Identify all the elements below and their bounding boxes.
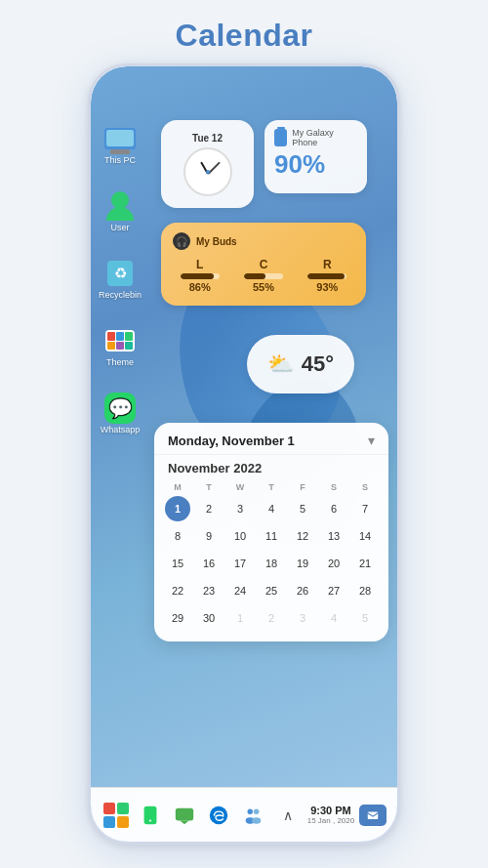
cal-day-23[interactable]: 23 <box>196 578 222 603</box>
cal-day-next-4[interactable]: 4 <box>321 605 346 631</box>
cal-day-next-2[interactable]: 2 <box>259 605 284 631</box>
svg-point-6 <box>254 808 260 814</box>
cal-day-14[interactable]: 14 <box>352 523 378 549</box>
widget-calendar: Monday, November 1 ▾ November 2022 M T W… <box>154 423 388 641</box>
svg-point-8 <box>252 817 261 823</box>
taskbar-phone-icon[interactable] <box>136 801 165 830</box>
taskbar-notification-icon[interactable] <box>359 805 386 826</box>
cal-header-t2: T <box>256 479 287 495</box>
buds-icon: 🎧 <box>173 232 190 250</box>
svg-rect-2 <box>176 807 193 820</box>
buds-left-meter: L 86% <box>181 258 220 293</box>
cal-day-5[interactable]: 5 <box>290 496 315 521</box>
battery-device-name: My Galaxy Phone <box>292 128 357 147</box>
calendar-grid: M T W T F S S 1 2 3 4 5 6 7 8 9 10 11 <box>154 479 388 632</box>
cal-day-1[interactable]: 1 <box>165 496 190 521</box>
cal-day-24[interactable]: 24 <box>227 578 253 603</box>
cal-day-16[interactable]: 16 <box>196 551 222 576</box>
taskbar-start-button[interactable] <box>102 801 131 830</box>
buds-center-meter: C 55% <box>244 258 283 293</box>
cal-day-22[interactable]: 22 <box>165 578 190 603</box>
cal-day-7[interactable]: 7 <box>352 496 378 521</box>
sidebar-item-theme[interactable]: Theme <box>102 327 138 367</box>
cal-day-25[interactable]: 25 <box>259 578 284 603</box>
cal-day-next-1[interactable]: 1 <box>227 605 253 631</box>
sidebar-label-whatsapp: Whatsapp <box>101 425 141 434</box>
battery-percent: 90% <box>274 149 357 180</box>
buds-name: My Buds <box>196 236 237 247</box>
sidebar-label-user: User <box>111 223 130 232</box>
cal-day-4[interactable]: 4 <box>259 496 284 521</box>
calendar-header-date: Monday, November 1 <box>168 434 295 448</box>
taskbar-people-icon[interactable] <box>238 801 267 830</box>
buds-right-pct: 93% <box>316 281 338 293</box>
svg-point-1 <box>149 819 151 821</box>
cal-day-26[interactable]: 26 <box>290 578 315 603</box>
page-title: Calendar <box>176 18 313 54</box>
cal-header-w: W <box>224 479 256 495</box>
cal-day-27[interactable]: 27 <box>321 578 346 603</box>
sidebar-item-user[interactable]: User <box>102 192 138 232</box>
cal-header-f: F <box>287 479 318 495</box>
widget-weather: ⛅ 45° <box>247 335 354 393</box>
cal-day-15[interactable]: 15 <box>165 551 190 576</box>
buds-center-pct: 55% <box>253 281 274 293</box>
phone-screen: This PC User ♻ Recyclebin <box>91 66 397 842</box>
phone-frame: This PC User ♻ Recyclebin <box>88 63 400 845</box>
cal-day-2[interactable]: 2 <box>196 496 222 521</box>
sidebar: This PC User ♻ Recyclebin <box>99 125 142 434</box>
buds-right-label: R <box>323 258 332 271</box>
widget-clock: Tue 12 <box>161 120 254 208</box>
cal-header-s1: S <box>318 479 349 495</box>
cal-header-t1: T <box>193 479 224 495</box>
cal-header-m: M <box>162 479 193 495</box>
cal-day-12[interactable]: 12 <box>290 523 315 549</box>
cal-day-17[interactable]: 17 <box>227 551 253 576</box>
sidebar-item-whatsapp[interactable]: 💬 Whatsapp <box>101 394 141 434</box>
taskbar-clock: 9:30 PM 15 Jan , 2020 <box>307 805 354 825</box>
cal-day-8[interactable]: 8 <box>165 523 190 549</box>
buds-left-pct: 86% <box>189 281 211 293</box>
widget-battery: My Galaxy Phone 90% <box>264 120 367 193</box>
clock-face <box>183 147 232 196</box>
buds-left-label: L <box>196 258 203 271</box>
calendar-month-year: November 2022 <box>154 455 388 479</box>
cal-header-s2: S <box>349 479 381 495</box>
taskbar-messages-icon[interactable] <box>170 801 199 830</box>
clock-date: Tue 12 <box>192 133 223 144</box>
cal-day-3[interactable]: 3 <box>227 496 253 521</box>
taskbar-chevron[interactable]: ∧ <box>273 801 303 830</box>
cal-day-9[interactable]: 9 <box>196 523 222 549</box>
cal-day-29[interactable]: 29 <box>165 605 190 631</box>
buds-center-label: C <box>260 258 268 271</box>
sidebar-item-this-pc[interactable]: This PC <box>102 125 138 165</box>
cal-day-28[interactable]: 28 <box>352 578 378 603</box>
weather-temp: 45° <box>302 351 334 377</box>
svg-point-5 <box>248 808 254 814</box>
taskbar: ∧ 9:30 PM 15 Jan , 2020 <box>91 787 397 842</box>
sidebar-label-theme: Theme <box>106 357 134 367</box>
sidebar-label-this-pc: This PC <box>104 155 136 165</box>
svg-rect-9 <box>368 811 379 819</box>
cal-day-18[interactable]: 18 <box>259 551 284 576</box>
taskbar-date-value: 15 Jan , 2020 <box>307 816 354 825</box>
taskbar-edge-icon[interactable] <box>204 801 233 830</box>
cal-day-30[interactable]: 30 <box>196 605 222 631</box>
cal-day-10[interactable]: 10 <box>227 523 253 549</box>
cal-day-13[interactable]: 13 <box>321 523 346 549</box>
calendar-chevron[interactable]: ▾ <box>368 433 375 448</box>
svg-marker-3 <box>180 820 188 824</box>
clock-center-dot <box>206 170 210 174</box>
cal-day-21[interactable]: 21 <box>352 551 378 576</box>
cal-day-19[interactable]: 19 <box>290 551 315 576</box>
buds-right-meter: R 93% <box>307 258 346 293</box>
cal-day-next-5[interactable]: 5 <box>352 605 378 631</box>
sidebar-item-recyclebin[interactable]: ♻ Recyclebin <box>99 260 142 300</box>
taskbar-time-value: 9:30 PM <box>310 805 351 816</box>
widget-buds: 🎧 My Buds L 86% C 55% R 93% <box>161 223 366 306</box>
cal-day-11[interactable]: 11 <box>259 523 284 549</box>
cal-day-next-3[interactable]: 3 <box>290 605 315 631</box>
cal-day-20[interactable]: 20 <box>321 551 346 576</box>
cal-day-6[interactable]: 6 <box>321 496 346 521</box>
sidebar-label-recyclebin: Recyclebin <box>99 290 142 300</box>
